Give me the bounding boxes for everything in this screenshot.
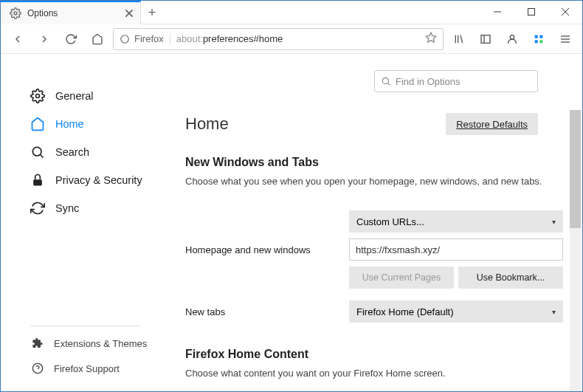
url-bar[interactable]: Firefox about:preferences#home bbox=[113, 28, 444, 50]
close-icon[interactable] bbox=[124, 8, 134, 18]
firefox-icon bbox=[120, 34, 130, 44]
section-heading-fhc: Firefox Home Content bbox=[185, 348, 565, 361]
page-title: Home bbox=[185, 114, 229, 134]
svg-rect-15 bbox=[535, 35, 538, 38]
divider bbox=[30, 326, 141, 326]
restore-defaults-button[interactable]: Restore Defaults bbox=[446, 113, 538, 135]
new-tab-button[interactable]: + bbox=[141, 1, 163, 24]
gear-icon bbox=[30, 89, 45, 103]
svg-point-7 bbox=[121, 35, 129, 43]
home-icon bbox=[30, 117, 45, 131]
lock-icon bbox=[30, 173, 45, 188]
svg-line-29 bbox=[388, 83, 390, 86]
browser-tab[interactable]: Options bbox=[1, 1, 141, 24]
main-content: Find in Options Home Restore Defaults Ne… bbox=[163, 54, 582, 391]
toolbar: Firefox about:preferences#home bbox=[1, 24, 582, 54]
sidebar-item-label: Home bbox=[55, 118, 84, 130]
homepage-label: Homepage and new windows bbox=[185, 244, 349, 255]
addons-button[interactable] bbox=[528, 28, 550, 50]
svg-point-0 bbox=[14, 12, 17, 15]
section-heading-nwt: New Windows and Tabs bbox=[185, 156, 565, 169]
sidebar-item-label: Firefox Support bbox=[54, 363, 120, 374]
titlebar: Options + bbox=[1, 1, 582, 24]
gear-icon bbox=[10, 7, 21, 19]
sidebar-button[interactable] bbox=[475, 28, 497, 50]
sidebar-extensions[interactable]: Extensions & Themes bbox=[1, 331, 163, 356]
search-icon bbox=[381, 76, 391, 86]
maximize-button[interactable] bbox=[514, 1, 548, 23]
library-button[interactable] bbox=[448, 28, 470, 50]
scrollbar[interactable] bbox=[570, 110, 581, 391]
url-text: about:preferences#home bbox=[176, 33, 419, 44]
sidebar-item-label: Extensions & Themes bbox=[54, 338, 147, 349]
svg-point-28 bbox=[382, 78, 388, 83]
svg-line-24 bbox=[41, 155, 44, 158]
identity-label: Firefox bbox=[134, 33, 164, 44]
sidebar-item-home[interactable]: Home bbox=[1, 110, 163, 138]
tab-title: Options bbox=[27, 8, 118, 18]
svg-point-23 bbox=[32, 147, 41, 156]
sidebar: General Home Search Privacy & Security S… bbox=[1, 54, 163, 391]
account-button[interactable] bbox=[501, 28, 523, 50]
section-desc-fhc: Choose what content you want on your Fir… bbox=[185, 367, 565, 380]
reload-button[interactable] bbox=[60, 28, 82, 50]
svg-line-11 bbox=[460, 35, 463, 43]
svg-rect-18 bbox=[539, 40, 542, 43]
section-desc-nwt: Choose what you see when you open your h… bbox=[185, 175, 565, 188]
help-icon bbox=[30, 361, 45, 376]
newtabs-select[interactable]: Firefox Home (Default) ▾ bbox=[349, 300, 563, 323]
svg-rect-12 bbox=[481, 35, 490, 43]
identity-box[interactable]: Firefox bbox=[120, 33, 170, 44]
svg-point-22 bbox=[36, 94, 40, 98]
svg-rect-17 bbox=[535, 40, 538, 43]
puzzle-icon bbox=[30, 336, 45, 351]
search-icon bbox=[30, 145, 45, 159]
sidebar-item-sync[interactable]: Sync bbox=[1, 194, 163, 222]
sidebar-item-label: Search bbox=[55, 146, 89, 158]
homepage-select[interactable]: Custom URLs... ▾ bbox=[349, 210, 563, 233]
search-input[interactable]: Find in Options bbox=[374, 70, 538, 92]
svg-rect-25 bbox=[33, 179, 42, 185]
homepage-url-input[interactable] bbox=[349, 238, 563, 261]
chevron-down-icon: ▾ bbox=[552, 308, 556, 316]
home-button[interactable] bbox=[86, 28, 108, 50]
svg-point-14 bbox=[510, 35, 514, 38]
sidebar-item-label: Sync bbox=[55, 202, 79, 214]
forward-button[interactable] bbox=[33, 28, 55, 50]
sidebar-item-general[interactable]: General bbox=[1, 82, 163, 110]
sidebar-item-label: General bbox=[55, 90, 94, 102]
chevron-down-icon: ▾ bbox=[552, 218, 556, 226]
svg-rect-4 bbox=[528, 9, 535, 16]
search-placeholder: Find in Options bbox=[396, 76, 460, 87]
svg-rect-16 bbox=[539, 35, 542, 38]
menu-button[interactable] bbox=[554, 28, 576, 50]
back-button[interactable] bbox=[7, 28, 29, 50]
scrollbar-thumb[interactable] bbox=[570, 110, 581, 228]
sidebar-item-search[interactable]: Search bbox=[1, 138, 163, 166]
sync-icon bbox=[30, 201, 45, 216]
use-current-pages-button[interactable]: Use Current Pages bbox=[349, 267, 454, 289]
sidebar-support[interactable]: Firefox Support bbox=[1, 356, 163, 381]
newtabs-label: New tabs bbox=[185, 306, 349, 317]
minimize-button[interactable] bbox=[480, 1, 514, 23]
sidebar-item-privacy[interactable]: Privacy & Security bbox=[1, 166, 163, 194]
use-bookmark-button[interactable]: Use Bookmark... bbox=[458, 267, 563, 289]
svg-marker-8 bbox=[426, 32, 435, 42]
sidebar-item-label: Privacy & Security bbox=[55, 174, 142, 186]
close-window-button[interactable] bbox=[548, 1, 582, 23]
bookmark-star-icon[interactable] bbox=[425, 32, 437, 47]
